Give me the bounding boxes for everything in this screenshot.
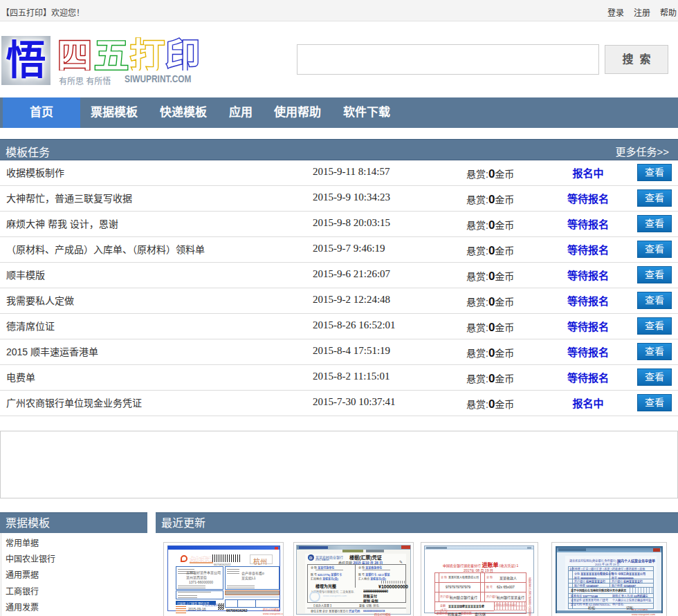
svg-text:五: 五 bbox=[94, 37, 129, 71]
svg-text:四: 四 bbox=[57, 37, 92, 71]
svg-text:印: 印 bbox=[165, 37, 200, 71]
svg-text:打: 打 bbox=[130, 37, 165, 71]
